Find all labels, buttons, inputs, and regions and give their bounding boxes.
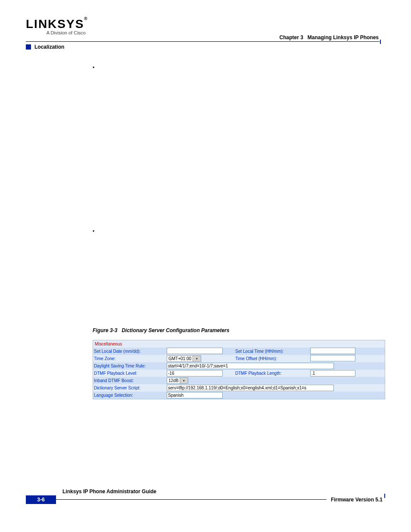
form-row: Dictionary Server Script: serv=tftp://19… (93, 384, 385, 392)
field-label: Time Zone: (93, 355, 166, 362)
form-row: DTMF Playback Level: -16 DTMF Playback L… (93, 370, 385, 377)
logo-registered: ® (84, 16, 88, 21)
local-time-input[interactable] (310, 348, 355, 354)
dst-rule-input[interactable]: start=4/1/7;end=10/-1/7;save=1 (167, 363, 334, 369)
form-row: Daylight Saving Time Rule: start=4/1/7;e… (93, 362, 385, 370)
field-label: Daylight Saving Time Rule: (93, 363, 166, 369)
form-section-title: Miscellaneous (93, 341, 124, 347)
chapter-title: Managing Linksys IP Phones (308, 34, 379, 40)
form-row: Time Zone: GMT+01:00▾ Time Offset (HH/mm… (93, 355, 385, 362)
logo-name: LINKSYS (26, 17, 84, 31)
inband-dtmf-select[interactable]: 12dB▾ (167, 377, 188, 384)
section-marker-icon (26, 44, 31, 50)
figure-number: Figure 3-3 (93, 327, 117, 333)
language-input[interactable]: Spanish (167, 392, 223, 398)
figure-title: Dictionary Server Configuration Paramete… (121, 327, 229, 333)
field-label: Set Local Time (HH/mm): (234, 348, 309, 355)
field-label: Dictionary Server Script: (93, 385, 166, 391)
page-body: Figure 3-3 Dictionary Server Configurati… (93, 65, 385, 399)
form-row: Language Selection: Spanish (93, 392, 385, 399)
section-heading: Localization (26, 44, 64, 50)
dtmf-level-input[interactable]: -16 (167, 370, 223, 376)
form-row: Set Local Date (mm/dd): Set Local Time (… (93, 348, 385, 355)
field-label: Language Selection: (93, 392, 166, 398)
field-label: Inband DTMF Boost: (93, 377, 166, 384)
field-label: DTMF Playback Level: (93, 370, 166, 376)
figure-caption: Figure 3-3 Dictionary Server Configurati… (93, 327, 385, 333)
dictionary-script-input[interactable]: serv=tftp://192.168.1.119/;d0=English;x0… (167, 385, 334, 391)
header-rule (26, 41, 380, 42)
local-date-input[interactable] (167, 348, 223, 354)
guide-title: Linksys IP Phone Administrator Guide (26, 488, 385, 495)
select-value: 12dB (167, 378, 180, 383)
footer-rule (56, 499, 327, 500)
field-label: Time Offset (HH/mm): (234, 355, 309, 362)
dtmf-length-input[interactable]: .1 (310, 370, 355, 376)
chevron-down-icon: ▾ (193, 356, 201, 361)
chapter-number: Chapter 3 (279, 34, 303, 40)
firmware-version: Firmware Version 5.1 (327, 497, 383, 503)
brand-logo: LINKSYS® A Division of Cisco (26, 17, 88, 35)
logo-text: LINKSYS® (26, 17, 88, 31)
chevron-down-icon: ▾ (180, 378, 188, 383)
field-label: DTMF Playback Length: (234, 370, 309, 376)
chapter-heading: Chapter 3 Managing Linksys IP Phones (279, 34, 379, 40)
time-offset-input[interactable] (310, 355, 355, 361)
page-number: 3-6 (26, 495, 56, 504)
footer-tick (384, 494, 385, 498)
config-screenshot: Miscellaneous Set Local Date (mm/dd): Se… (93, 340, 385, 399)
header-tick (380, 40, 381, 44)
section-title: Localization (34, 44, 64, 50)
field-label: Set Local Date (mm/dd): (93, 348, 166, 355)
form-row: Inband DTMF Boost: 12dB▾ (93, 377, 385, 384)
page-header: LINKSYS® A Division of Cisco Chapter 3 M… (26, 17, 385, 47)
timezone-select[interactable]: GMT+01:00▾ (167, 355, 201, 362)
select-value: GMT+01:00 (167, 356, 193, 361)
page-footer: Linksys IP Phone Administrator Guide 3-6… (26, 488, 385, 504)
